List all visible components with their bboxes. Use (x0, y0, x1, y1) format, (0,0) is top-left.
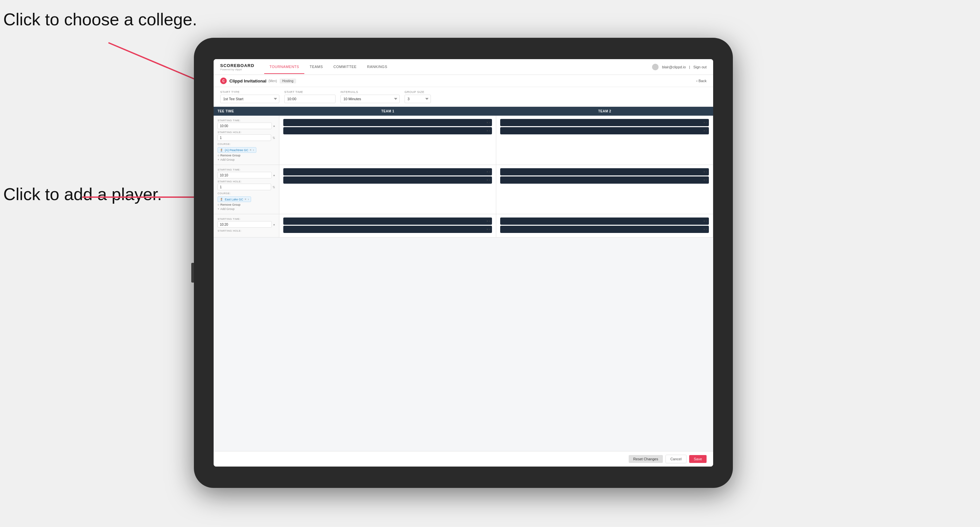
divider: | (689, 65, 690, 69)
slot-icon-3c: × › (703, 219, 707, 223)
player-slot-2b[interactable]: × › (283, 176, 492, 184)
player-slot-1d[interactable]: × › (500, 127, 709, 134)
form-group-start-time: Start Time (284, 90, 336, 103)
hole-arrow-2: ⇅ (272, 185, 275, 189)
remove-group-link-1[interactable]: ○ Remove Group (218, 154, 275, 157)
slot-icon-2d: × › (703, 178, 707, 182)
course-name-1: (A) Peachtree GC (225, 149, 248, 152)
tee-time-cell-1: STARTING TIME: ● STARTING HOLE: ⇅ COURSE… (214, 116, 279, 165)
player-slot-1a[interactable]: × › (283, 119, 492, 126)
slot-icon-1c: × › (703, 121, 707, 124)
form-group-group-size: Group Size 3 (404, 90, 431, 103)
player-slot-3d[interactable]: × › (500, 226, 709, 233)
slot-icon-3d: × › (703, 228, 707, 231)
annotation-choose-college: Click to choose a college. (3, 9, 197, 30)
slot-icon-2b: × › (486, 178, 490, 182)
player-slot-3a[interactable]: × › (283, 217, 492, 225)
starting-hole-input-1[interactable] (218, 134, 271, 141)
event-gender: (Men) (269, 79, 277, 83)
nav-teams[interactable]: TEAMS (304, 60, 328, 74)
player-slot-1c[interactable]: × › (500, 119, 709, 126)
starting-time-input-1[interactable] (218, 122, 272, 129)
slot-icon-3a: × › (486, 219, 490, 223)
remove-group-link-2[interactable]: ○ Remove Group (218, 203, 275, 206)
course-label-1: COURSE: (218, 143, 275, 146)
event-icon: C (220, 78, 227, 84)
nav-committee[interactable]: COMMITTEE (328, 60, 362, 74)
save-button[interactable]: Save (689, 455, 706, 463)
course-remove-2[interactable]: × (245, 197, 247, 201)
group-size-select[interactable]: 3 (404, 95, 431, 103)
course-tag-1[interactable]: 🏌 (A) Peachtree GC × › (218, 147, 256, 153)
brand-sub: Powered by clippd (220, 68, 255, 71)
intervals-select[interactable]: 10 Minutes (340, 95, 399, 103)
team2-cell-3: × › × › (496, 214, 713, 237)
brand: SCOREBOARD Powered by clippd (220, 63, 255, 71)
reset-button[interactable]: Reset Changes (629, 455, 663, 463)
nav-links: TOURNAMENTS TEAMS COMMITTEE RANKINGS (264, 60, 652, 74)
user-email: blair@clippd.io (662, 65, 686, 69)
remove-icon-2: ○ (218, 203, 219, 206)
back-button[interactable]: ‹ Back (696, 79, 706, 83)
course-edit-2[interactable]: › (248, 197, 249, 201)
player-slot-2d[interactable]: × › (500, 176, 709, 184)
slot-icon-1d: × › (703, 129, 707, 132)
starting-time-input-3[interactable] (218, 221, 272, 228)
start-type-label: Start Type (220, 90, 279, 94)
sign-out-link[interactable]: Sign out (694, 65, 706, 69)
player-slot-2c[interactable]: × › (500, 168, 709, 175)
footer-bar: Reset Changes Cancel Save (214, 451, 713, 467)
starting-time-label-2: STARTING TIME: (218, 168, 275, 171)
nav-tournaments[interactable]: TOURNAMENTS (264, 60, 304, 74)
tee-time-cell-3: STARTING TIME: ● STARTING HOLE: (214, 214, 279, 237)
course-remove-1[interactable]: × (250, 148, 252, 152)
start-type-select[interactable]: 1st Tee Start (220, 95, 279, 103)
cancel-button[interactable]: Cancel (665, 455, 687, 463)
add-group-link-2[interactable]: + Add Group (218, 207, 275, 211)
team2-cell-2: × › × › (496, 165, 713, 214)
starting-hole-row-2: ⇅ (218, 184, 275, 190)
form-group-start-type: Start Type 1st Tee Start (220, 90, 279, 103)
nav-right: blair@clippd.io | Sign out (652, 64, 706, 70)
slot-icon-2c: × › (703, 170, 707, 173)
hole-arrow-1: ⇅ (272, 136, 275, 140)
intervals-label: Intervals (340, 90, 399, 94)
starting-time-row-3: ● (218, 221, 275, 228)
brand-title: SCOREBOARD (220, 63, 255, 68)
player-slot-3c[interactable]: × › (500, 217, 709, 225)
player-slot-3b[interactable]: × › (283, 226, 492, 233)
slot-icon-2a: × › (486, 170, 490, 173)
course-tag-2[interactable]: 🏌 East Lake GC × › (218, 197, 251, 202)
group-row-2: STARTING TIME: ● STARTING HOLE: ⇅ COURSE… (214, 165, 713, 214)
table-header: Tee Time Team 1 Team 2 (214, 107, 713, 116)
tablet-device: SCOREBOARD Powered by clippd TOURNAMENTS… (194, 38, 733, 488)
remove-icon-1: ○ (218, 154, 219, 157)
start-time-input[interactable] (284, 95, 336, 103)
avatar (652, 64, 659, 70)
th-tee-time: Tee Time (214, 107, 279, 116)
sub-header: C Clippd Invitational (Men) Hosting ‹ Ba… (214, 75, 713, 87)
starting-time-row-2: ● (218, 172, 275, 178)
annotation-add-player: Click to add a player. (3, 184, 162, 204)
add-icon-1: + (218, 158, 219, 161)
team2-cell-1: × › × › (496, 116, 713, 165)
team1-cell-1: × › × › (279, 116, 496, 165)
course-edit-1[interactable]: › (253, 148, 254, 152)
nav-rankings[interactable]: RANKINGS (362, 60, 392, 74)
player-slot-2a[interactable]: × › (283, 168, 492, 175)
main-content[interactable]: STARTING TIME: ● STARTING HOLE: ⇅ COURSE… (214, 116, 713, 451)
course-emoji-2: 🏌 (220, 198, 223, 201)
starting-hole-row-1: ⇅ (218, 134, 275, 141)
event-title: Clippd Invitational (229, 79, 267, 83)
start-time-label: Start Time (284, 90, 336, 94)
starting-time-input-2[interactable] (218, 172, 272, 178)
tee-time-cell-2: STARTING TIME: ● STARTING HOLE: ⇅ COURSE… (214, 165, 279, 214)
starting-hole-input-2[interactable] (218, 184, 271, 190)
clock-icon-1: ● (273, 124, 275, 128)
player-slot-1b[interactable]: × › (283, 127, 492, 134)
group-size-label: Group Size (404, 90, 431, 94)
navbar: SCOREBOARD Powered by clippd TOURNAMENTS… (214, 59, 713, 75)
group-row-3: STARTING TIME: ● STARTING HOLE: × › × › (214, 214, 713, 238)
add-group-link-1[interactable]: + Add Group (218, 158, 275, 161)
form-row: Start Type 1st Tee Start Start Time Inte… (214, 87, 713, 107)
